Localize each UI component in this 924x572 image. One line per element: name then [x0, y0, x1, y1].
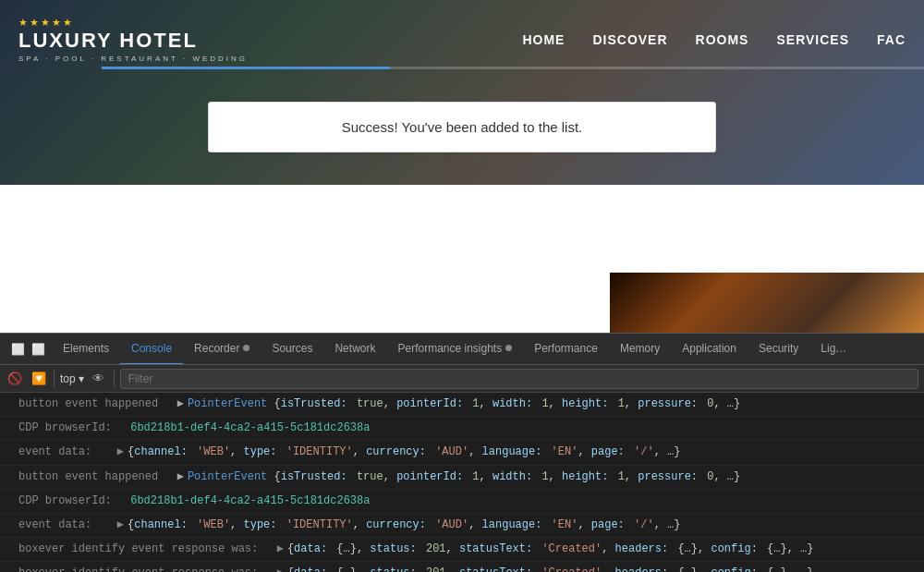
- devtools-panel: ⬜ ⬜ Elements Console Recorder Sources Ne…: [0, 333, 924, 572]
- line6-arrow[interactable]: ▶: [117, 517, 124, 534]
- tab-security[interactable]: Security: [748, 334, 809, 365]
- tab-performance-insights[interactable]: Performance insights: [386, 334, 523, 365]
- line1-arrow[interactable]: ▶: [177, 396, 184, 413]
- hotel-tagline: SPA · POOL · RESTAURANT · WEDDING: [18, 55, 248, 63]
- toolbar-separator: [54, 371, 55, 387]
- chevron-down-icon: ▾: [79, 372, 84, 385]
- success-area: Success! You've been added to the list.: [0, 102, 924, 152]
- tab-sources[interactable]: Sources: [261, 334, 323, 365]
- console-line-8: boxever identify event response was: ▶ {…: [0, 562, 924, 572]
- tab-elements[interactable]: Elements: [52, 334, 120, 365]
- hotel-stars: ★★★★★: [18, 17, 248, 29]
- line4-event: PointerEvent: [188, 469, 274, 486]
- line1-label: button event happened: [18, 396, 172, 413]
- line4-content: {isTrusted: true, pointerId: 1, width: 1…: [274, 469, 741, 486]
- console-line-6: event data: ▶ {channel: 'WEB', type: 'ID…: [0, 514, 924, 538]
- line3-arrow[interactable]: ▶: [117, 444, 124, 461]
- hotel-name: LUXURY HOTEL: [18, 29, 248, 53]
- perf-insights-dot: [505, 345, 512, 351]
- tab-recorder[interactable]: Recorder: [183, 334, 261, 365]
- line1-event: PointerEvent: [188, 396, 274, 413]
- success-message-text: Success! You've been added to the list.: [342, 119, 583, 135]
- tab-recorder-label: Recorder: [194, 342, 239, 355]
- filter-icon[interactable]: 🔽: [30, 370, 48, 388]
- console-line-4: button event happened ▶ PointerEvent {is…: [0, 466, 924, 490]
- inspect-element-icon[interactable]: ⬜: [9, 341, 26, 358]
- nav-rooms[interactable]: ROOMS: [696, 32, 749, 47]
- line8-arrow[interactable]: ▶: [277, 565, 284, 572]
- line5-id: 6bd218b1-def4-4ca2-a415-5c181dc2638a: [130, 493, 370, 510]
- line2-label: CDP browserId:: [18, 420, 125, 437]
- context-selector[interactable]: top ▾: [60, 372, 84, 385]
- tab-sources-label: Sources: [272, 342, 312, 355]
- tab-network[interactable]: Network: [323, 334, 386, 365]
- tab-performance[interactable]: Performance: [523, 334, 609, 365]
- tab-console-label: Console: [131, 342, 172, 355]
- tab-memory[interactable]: Memory: [609, 334, 671, 365]
- console-toolbar: 🚫 🔽 top ▾ 👁: [0, 365, 924, 393]
- clear-console-icon[interactable]: 🚫: [6, 370, 24, 388]
- line6-content: {channel: 'WEB', type: 'IDENTITY', curre…: [128, 517, 680, 534]
- hero-background: ★★★★★ LUXURY HOTEL SPA · POOL · RESTAURA…: [0, 0, 924, 185]
- line4-label: button event happened: [18, 469, 172, 486]
- hotel-logo: ★★★★★ LUXURY HOTEL SPA · POOL · RESTAURA…: [18, 17, 248, 63]
- tab-performance-insights-label: Performance insights: [397, 342, 502, 355]
- nav-services[interactable]: SERVICES: [776, 32, 849, 47]
- console-line-5: CDP browserId: 6bd218b1-def4-4ca2-a415-5…: [0, 490, 924, 514]
- toolbar-separator-2: [114, 371, 115, 387]
- context-label: top: [60, 372, 76, 385]
- tab-lighthouse[interactable]: Lig…: [809, 334, 857, 365]
- console-output: button event happened ▶ PointerEvent {is…: [0, 393, 924, 572]
- thumbnail-image: [610, 273, 924, 333]
- tab-security-label: Security: [759, 342, 798, 355]
- devtools-tabs-bar: ⬜ ⬜ Elements Console Recorder Sources Ne…: [0, 334, 924, 365]
- line7-label: boxever identify event response was:: [18, 541, 272, 558]
- tab-lighthouse-label: Lig…: [821, 342, 846, 355]
- tab-performance-label: Performance: [534, 342, 598, 355]
- website-area: ★★★★★ LUXURY HOTEL SPA · POOL · RESTAURA…: [0, 0, 924, 333]
- progress-bar-container: [102, 67, 924, 69]
- eye-icon[interactable]: 👁: [90, 370, 108, 388]
- line3-content: {channel: 'WEB', type: 'IDENTITY', curre…: [128, 444, 680, 461]
- line5-label: CDP browserId:: [18, 493, 125, 510]
- console-line-2: CDP browserId: 6bd218b1-def4-4ca2-a415-5…: [0, 417, 924, 441]
- hotel-nav-links: HOME DISCOVER ROOMS SERVICES FAC: [522, 32, 906, 47]
- success-message-box: Success! You've been added to the list.: [208, 102, 716, 152]
- console-line-1: button event happened ▶ PointerEvent {is…: [0, 393, 924, 417]
- tab-application[interactable]: Application: [671, 334, 748, 365]
- line6-label: event data:: [18, 517, 112, 534]
- line2-id: 6bd218b1-def4-4ca2-a415-5c181dc2638a: [130, 420, 370, 437]
- line7-arrow[interactable]: ▶: [277, 541, 284, 558]
- line8-label: boxever identify event response was:: [18, 565, 272, 572]
- console-line-7: boxever identify event response was: ▶ {…: [0, 538, 924, 562]
- tab-memory-label: Memory: [620, 342, 660, 355]
- console-line-3: event data: ▶ {channel: 'WEB', type: 'ID…: [0, 441, 924, 465]
- nav-discover[interactable]: DISCOVER: [592, 32, 667, 47]
- tab-application-label: Application: [682, 342, 736, 355]
- devtools-icon-group: ⬜ ⬜: [4, 341, 52, 358]
- line8-content: {data: {…}, status: 201, statusText: 'Cr…: [287, 565, 814, 572]
- nav-fac[interactable]: FAC: [877, 32, 906, 47]
- line4-arrow[interactable]: ▶: [177, 469, 184, 486]
- recorder-dot: [243, 345, 249, 351]
- tab-network-label: Network: [334, 342, 375, 355]
- progress-bar-fill: [102, 67, 390, 69]
- tab-console[interactable]: Console: [120, 334, 183, 365]
- tab-elements-label: Elements: [63, 342, 109, 355]
- device-toggle-icon[interactable]: ⬜: [30, 341, 46, 358]
- line7-content: {data: {…}, status: 201, statusText: 'Cr…: [287, 541, 814, 558]
- line1-content: {isTrusted: true, pointerId: 1, width: 1…: [274, 396, 741, 413]
- nav-home[interactable]: HOME: [522, 32, 565, 47]
- line3-label: event data:: [18, 444, 112, 461]
- console-filter-input[interactable]: [120, 369, 918, 389]
